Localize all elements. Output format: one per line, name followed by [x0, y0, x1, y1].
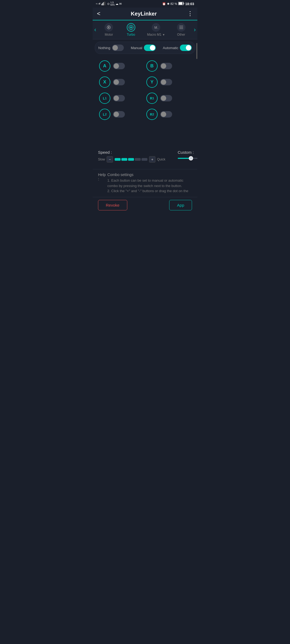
app-title: KeyLinker — [131, 11, 157, 17]
network-icon: 4G 2G — [96, 2, 101, 6]
motor-tab-label: Motor — [105, 33, 113, 36]
custom-slider-knob[interactable] — [189, 156, 193, 160]
svg-rect-9 — [104, 2, 104, 5]
tab-bar: ‹ Motor — [93, 20, 197, 39]
status-bar: 4G 2G ⊙ 1,5M/S ☁ ✉ ⏰ ✱ 82 % — [93, 0, 197, 8]
help-combo-title: Combo settings — [107, 173, 192, 177]
time-display: 18:03 — [185, 2, 194, 6]
button-l1-toggle[interactable] — [113, 95, 125, 101]
other-tab-icon — [177, 23, 186, 32]
help-text-2: 2. Click the "+" and "-" buttons or drag… — [107, 188, 192, 194]
help-text-1: 1. Each button can be set to manual or a… — [107, 178, 192, 188]
svg-rect-12 — [183, 3, 184, 4]
battery-text: 82 % — [171, 2, 177, 5]
button-l2-icon: L2 — [99, 109, 110, 120]
manual-toggle[interactable] — [144, 45, 156, 51]
help-prefix: Help : — [98, 173, 106, 181]
button-a-toggle[interactable] — [113, 63, 125, 69]
svg-point-20 — [130, 27, 132, 28]
tab-motor[interactable]: Motor — [101, 22, 117, 38]
custom-control: 12HZ — [178, 156, 197, 160]
automatic-toggle[interactable] — [180, 45, 192, 51]
button-l2-row: L2 — [99, 109, 144, 120]
button-x-icon: X — [99, 76, 110, 88]
macro-tab-label: Macro M1 ▼ — [147, 33, 165, 36]
mode-manual: Manual — [131, 45, 156, 51]
tabs-container: Motor Turbo M — [98, 22, 192, 38]
speed-seg-2 — [121, 158, 127, 161]
tab-other[interactable]: Other — [173, 22, 189, 38]
quick-label: Quick — [157, 158, 165, 161]
speed-seg-5 — [142, 158, 147, 161]
alarm-icon: ⏰ — [162, 2, 166, 6]
svg-rect-6 — [102, 4, 102, 5]
button-y-toggle[interactable] — [160, 79, 172, 85]
button-r1-row: R1 — [146, 93, 191, 104]
slow-label: Slow — [98, 158, 105, 161]
svg-text:M: M — [154, 26, 157, 30]
nothing-toggle[interactable] — [112, 45, 124, 51]
turbo-tab-icon — [127, 23, 135, 32]
button-x-row: X — [99, 76, 144, 88]
button-r1-icon: R1 — [146, 93, 158, 104]
turbo-tab-label: Turbo — [127, 33, 135, 36]
button-y-row: Y — [146, 76, 191, 88]
signal-icon — [102, 2, 106, 6]
button-a-icon: A — [99, 60, 110, 72]
button-a-row: A — [99, 60, 144, 72]
svg-rect-10 — [105, 2, 105, 5]
mode-automatic: Automatic — [163, 45, 192, 51]
button-b-icon: B — [146, 60, 158, 72]
mode-nothing: Nothing — [98, 45, 124, 51]
app-header: < KeyLinker ⋮ — [93, 8, 197, 20]
speed-plus-button[interactable]: + — [149, 156, 155, 163]
speed-indicator: 1,5M/S — [110, 1, 115, 6]
svg-rect-3 — [99, 3, 100, 5]
button-y-icon: Y — [146, 76, 158, 88]
svg-rect-13 — [179, 2, 182, 5]
svg-rect-4 — [100, 3, 100, 5]
svg-rect-2 — [99, 3, 99, 5]
button-x-toggle[interactable] — [113, 79, 125, 85]
status-right: ⏰ ✱ 82 % 18:03 — [162, 2, 194, 6]
revoke-button[interactable]: Revoke — [98, 200, 127, 210]
button-l2-toggle[interactable] — [113, 111, 125, 118]
svg-rect-5 — [100, 3, 100, 5]
tab-next-arrow[interactable]: › — [192, 26, 197, 33]
scroll-indicator — [196, 43, 197, 59]
button-grid: A B X Y L1 R1 L2 — [93, 56, 197, 124]
tab-prev-arrow[interactable]: ‹ — [93, 26, 98, 33]
speed-bar — [115, 158, 147, 161]
menu-button[interactable]: ⋮ — [187, 10, 193, 17]
mode-row: Nothing Manual Automatic — [95, 42, 195, 54]
bluetooth-icon: ✱ — [167, 2, 169, 6]
other-tab-label: Other — [177, 33, 185, 36]
svg-text:4G: 4G — [96, 3, 98, 5]
battery-icon — [178, 2, 184, 6]
tab-turbo[interactable]: Turbo — [123, 22, 139, 38]
svg-rect-7 — [102, 3, 103, 5]
button-b-toggle[interactable] — [160, 63, 172, 69]
tab-macro[interactable]: M Macro M1 ▼ — [145, 22, 167, 38]
speed-custom-section: Speed : Slow − + Quick Custom : — [93, 146, 197, 167]
bottom-buttons: Revoke App — [93, 197, 197, 215]
custom-label: Custom : — [178, 150, 197, 155]
button-l1-row: L1 — [99, 93, 144, 104]
gps-icon: ⊙ — [107, 2, 110, 6]
button-r2-row: R2 — [146, 109, 191, 120]
nothing-label: Nothing — [98, 46, 110, 50]
button-r1-toggle[interactable] — [160, 95, 172, 101]
speed-seg-3 — [128, 158, 134, 161]
button-r2-icon: R2 — [146, 109, 158, 120]
custom-group: Custom : 12HZ — [173, 150, 197, 160]
speed-minus-button[interactable]: − — [107, 156, 113, 163]
app-button[interactable]: App — [169, 200, 192, 210]
speed-label: Speed : — [98, 150, 165, 155]
button-r2-toggle[interactable] — [160, 111, 172, 118]
custom-slider[interactable] — [178, 156, 197, 160]
svg-rect-8 — [103, 2, 104, 5]
button-b-row: B — [146, 60, 191, 72]
email-icon: ✉ — [119, 2, 122, 6]
svg-text:2G: 2G — [98, 3, 99, 5]
back-button[interactable]: < — [97, 10, 100, 17]
